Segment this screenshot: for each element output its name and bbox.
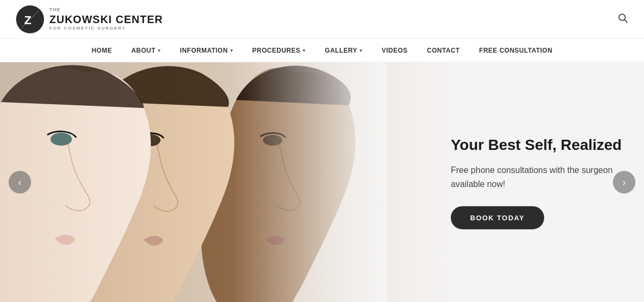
svg-text:Z: Z <box>24 13 32 27</box>
search-button[interactable] <box>617 12 628 26</box>
nav-procedures[interactable]: PROCEDURES ▾ <box>243 39 315 62</box>
procedures-chevron: ▾ <box>303 39 306 62</box>
main-nav: HOME ABOUT ▾ INFORMATION ▾ PROCEDURES ▾ … <box>0 39 644 62</box>
information-chevron: ▾ <box>230 39 233 62</box>
nav-free-consultation[interactable]: FREE CONSULTATION <box>470 39 562 62</box>
logo-sub: FOR COSMETIC SURGERY <box>49 26 163 31</box>
logo-area[interactable]: Z THE ZUKOWSKI CENTER FOR COSMETIC SURGE… <box>16 5 163 33</box>
logo-the: THE <box>49 7 163 13</box>
hero-section: Your Best Self, Realized Free phone cons… <box>0 62 644 302</box>
nav-about[interactable]: ABOUT ▾ <box>122 39 171 62</box>
hero-content-panel: Your Best Self, Realized Free phone cons… <box>451 135 623 229</box>
logo-icon: Z <box>16 5 44 33</box>
hero-title: Your Best Self, Realized <box>451 135 623 155</box>
hero-prev-button[interactable]: ‹ <box>9 171 31 193</box>
book-today-button[interactable]: BOOK TODAY <box>451 206 544 229</box>
site-header: Z THE ZUKOWSKI CENTER FOR COSMETIC SURGE… <box>0 0 644 39</box>
logo-text: THE ZUKOWSKI CENTER FOR COSMETIC SURGERY <box>49 7 163 31</box>
next-icon: › <box>623 177 626 188</box>
svg-line-4 <box>625 20 627 23</box>
nav-home[interactable]: HOME <box>82 39 122 62</box>
nav-information[interactable]: INFORMATION ▾ <box>170 39 243 62</box>
hero-next-button[interactable]: › <box>613 171 635 193</box>
hero-faces-image <box>0 62 386 302</box>
gallery-chevron: ▾ <box>360 39 363 62</box>
hero-subtitle: Free phone consultations with the surgeo… <box>451 163 623 191</box>
logo-main: ZUKOWSKI CENTER <box>49 13 163 26</box>
nav-contact[interactable]: CONTACT <box>418 39 470 62</box>
svg-rect-12 <box>0 62 386 302</box>
about-chevron: ▾ <box>158 39 161 62</box>
nav-videos[interactable]: VIDEOS <box>372 39 417 62</box>
prev-icon: ‹ <box>18 177 21 188</box>
nav-gallery[interactable]: GALLERY ▾ <box>315 39 372 62</box>
